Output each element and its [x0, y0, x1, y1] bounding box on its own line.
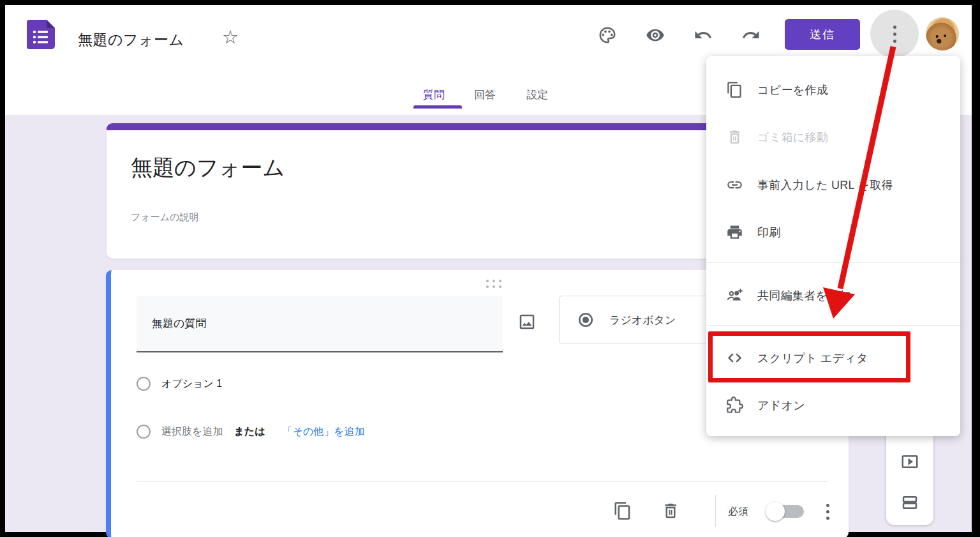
question-footer-divider [137, 481, 828, 481]
preview-eye-icon[interactable] [646, 26, 665, 45]
link-icon [726, 176, 743, 193]
question-type-label: ラジオボタン [609, 313, 676, 328]
tab-settings[interactable]: 設定 [526, 80, 548, 109]
delete-question-icon[interactable] [661, 501, 680, 520]
menu-item-get-prefilled-url[interactable]: 事前入力した URL を取得 [706, 161, 960, 209]
menu-item-add-collaborators[interactable]: 共同編集者を追加 [706, 271, 960, 319]
active-tab-indicator [413, 105, 462, 109]
add-collaborators-icon [726, 287, 743, 304]
option-radio-circle[interactable] [137, 377, 151, 391]
send-button[interactable]: 送信 [785, 19, 860, 50]
option-1-label[interactable]: オプション 1 [161, 377, 222, 391]
duplicate-question-icon[interactable] [613, 501, 632, 520]
trash-icon [726, 128, 743, 146]
add-image-icon[interactable] [517, 312, 537, 331]
print-icon [726, 223, 743, 241]
menu-divider [706, 262, 960, 263]
tab-questions[interactable]: 質問 [423, 80, 445, 109]
theme-palette-icon[interactable] [598, 26, 617, 45]
copy-icon [726, 81, 743, 98]
footer-divider-vertical [715, 495, 716, 527]
more-options-button[interactable] [870, 10, 919, 58]
form-title-field[interactable]: 無題のフォーム [131, 153, 285, 183]
star-icon[interactable]: ☆ [222, 28, 239, 47]
add-section-icon[interactable] [900, 493, 919, 512]
drag-handle-icon[interactable] [486, 280, 501, 288]
add-video-icon[interactable] [900, 452, 919, 471]
puzzle-icon [726, 397, 743, 414]
add-option-text[interactable]: 選択肢を追加 [161, 425, 223, 439]
menu-item-addons[interactable]: アドオン [706, 381, 960, 429]
radio-button-icon [577, 312, 594, 328]
menu-item-print[interactable]: 印刷 [706, 208, 960, 256]
app-screenshot: 無題のフォーム ☆ 送信 質問 回答 設定 [0, 0, 980, 537]
required-label: 必須 [728, 505, 748, 518]
undo-icon[interactable] [694, 26, 713, 45]
google-forms-logo[interactable] [27, 20, 55, 49]
document-title[interactable]: 無題のフォーム [78, 30, 184, 50]
form-description-field[interactable]: フォームの説明 [131, 211, 198, 223]
menu-item-move-to-trash: ゴミ箱に移動 [706, 113, 960, 161]
required-toggle[interactable] [768, 504, 805, 519]
tab-responses[interactable]: 回答 [474, 80, 496, 109]
three-dots-icon [893, 26, 896, 43]
redo-icon[interactable] [741, 26, 761, 45]
option-row-1: オプション 1 [137, 377, 222, 391]
account-avatar[interactable] [926, 17, 959, 50]
annotation-highlight-box [708, 331, 910, 382]
menu-item-make-copy[interactable]: コピーを作成 [706, 66, 960, 114]
add-option-radio-circle [137, 425, 151, 439]
add-option-or-text: または [234, 425, 265, 439]
add-option-row: 選択肢を追加 または 「その他」を追加 [137, 425, 365, 439]
menu-divider [706, 325, 960, 326]
add-other-link[interactable]: 「その他」を追加 [283, 425, 365, 439]
question-title-input[interactable]: 無題の質問 [137, 296, 503, 352]
question-more-options-icon[interactable] [822, 500, 833, 524]
